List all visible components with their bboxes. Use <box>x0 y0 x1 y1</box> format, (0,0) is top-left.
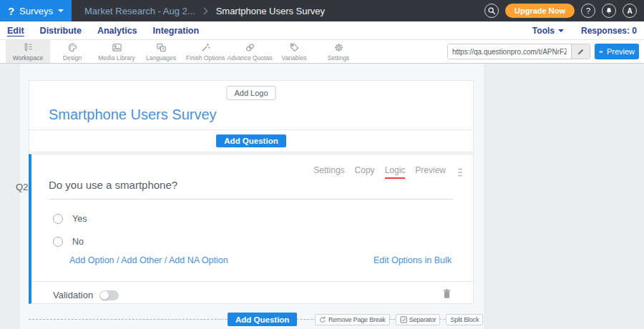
breadcrumb-survey-title: Smartphone Users Survey <box>216 6 325 16</box>
help-button[interactable]: ? <box>581 4 595 18</box>
chevron-down-icon <box>558 29 564 32</box>
survey-nav-tabs: Edit Distribute Analytics Integration <box>0 26 199 36</box>
survey-url-field <box>447 44 590 59</box>
toolbar-item-label: Languages <box>146 54 176 62</box>
answer-option-row: Yes <box>53 214 87 224</box>
remove-page-break-button[interactable]: Remove Page Break <box>315 314 390 325</box>
toolbar-item-label: Design <box>63 54 82 62</box>
notifications-button[interactable] <box>602 4 616 18</box>
chevron-right-icon <box>203 7 208 15</box>
block-footer: Add Question Remove Page Break Separator… <box>29 313 474 327</box>
upgrade-now-button[interactable]: Upgrade Now <box>505 4 575 18</box>
add-option-link[interactable]: Add Option <box>69 255 114 265</box>
question-text-input[interactable]: Do you use a smartphone? <box>49 179 453 200</box>
option-label[interactable]: No <box>72 237 84 247</box>
toolbar-item-languages[interactable]: xA Languages <box>139 40 183 63</box>
survey-title[interactable]: Smartphone Users Survey <box>49 107 217 123</box>
separator-label: Separator <box>409 316 436 323</box>
tools-label: Tools <box>532 26 555 36</box>
remove-page-break-label: Remove Page Break <box>328 316 386 323</box>
more-options-button[interactable] <box>457 167 463 177</box>
toolbar-item-finish-options[interactable]: Finish Options <box>183 40 228 63</box>
eye-icon <box>599 49 603 55</box>
header-actions: Upgrade Now ? A <box>484 4 637 18</box>
toolbar-item-variables[interactable]: Variables <box>272 40 316 63</box>
translate-icon: xA <box>156 42 167 53</box>
checkbox-icon <box>400 316 407 323</box>
radio-button[interactable] <box>53 214 63 224</box>
responses-count[interactable]: Responses: 0 <box>581 26 637 36</box>
top-header: ? Surveys Market Research - Aug 2... Sma… <box>0 0 644 21</box>
tab-integration[interactable]: Integration <box>153 26 200 36</box>
toolbar-item-label: Media Library <box>98 54 135 62</box>
pencil-icon <box>577 48 585 56</box>
breadcrumb-folder[interactable]: Market Research - Aug 2... <box>84 6 195 16</box>
preview-label: Preview <box>607 47 635 56</box>
question-tab-logic[interactable]: Logic <box>385 165 406 179</box>
product-switcher[interactable]: ? Surveys <box>0 0 72 21</box>
question-toolbar: Settings Copy Logic Preview <box>313 165 463 179</box>
preview-button[interactable]: Preview <box>595 44 639 59</box>
product-name: Surveys <box>19 6 53 16</box>
option-label[interactable]: Yes <box>72 214 87 224</box>
edit-url-button[interactable] <box>571 44 590 59</box>
toolbar-item-label: Finish Options <box>186 54 225 62</box>
split-block-button[interactable]: Split Block <box>446 314 483 325</box>
question-card: Settings Copy Logic Preview Do you use a… <box>29 154 474 304</box>
add-na-option-link[interactable]: Add NA Option <box>169 255 228 265</box>
tools-menu[interactable]: Tools <box>532 26 564 36</box>
question-tab-copy[interactable]: Copy <box>355 165 375 179</box>
toolbar-item-design[interactable]: Design <box>50 40 94 63</box>
question-tab-settings[interactable]: Settings <box>313 165 344 179</box>
question-tab-preview[interactable]: Preview <box>415 165 446 179</box>
toolbar-item-label: Variables <box>282 54 307 62</box>
link-separator: / <box>114 255 122 265</box>
workspace-icon <box>23 42 34 53</box>
image-icon <box>112 42 122 53</box>
chevron-down-icon <box>58 9 64 12</box>
toolbar-item-workspace[interactable]: Workspace <box>6 40 50 63</box>
add-other-link[interactable]: Add Other <box>121 255 162 265</box>
toolbar-item-media-library[interactable]: Media Library <box>94 40 139 63</box>
link-separator: / <box>162 255 169 265</box>
validation-row: Validation <box>53 290 119 300</box>
search-button[interactable] <box>484 4 499 18</box>
survey-url-input[interactable] <box>448 44 571 59</box>
answer-option-row: No <box>53 237 84 247</box>
gear-icon <box>333 42 344 53</box>
delete-question-button[interactable] <box>442 288 452 302</box>
add-question-button-footer[interactable]: Add Question <box>228 313 297 326</box>
block-controls: Remove Page Break Separator Split Block <box>315 314 483 325</box>
radio-button[interactable] <box>53 237 63 247</box>
add-question-strip: Add Question <box>29 129 473 152</box>
palette-icon <box>67 42 78 53</box>
links-icon <box>245 42 255 53</box>
nav-right-actions: Tools Responses: 0 <box>532 26 637 36</box>
trash-icon <box>442 288 452 299</box>
breadcrumb: Market Research - Aug 2... Smartphone Us… <box>84 6 325 16</box>
separator-button[interactable]: Separator <box>396 314 441 325</box>
tab-distribute[interactable]: Distribute <box>40 26 82 36</box>
remove-page-break-icon <box>319 316 326 323</box>
wand-icon <box>200 42 211 53</box>
edit-options-in-bulk-link[interactable]: Edit Options in Bulk <box>374 255 452 265</box>
toolbar-item-label: Advance Quotas <box>228 54 273 62</box>
search-icon <box>487 6 496 15</box>
toggle-knob <box>100 291 109 300</box>
tag-icon <box>289 42 300 53</box>
toolbar-item-advance-quotas[interactable]: Advance Quotas <box>228 40 272 63</box>
option-links: Add Option / Add Other / Add NA Option <box>69 255 228 265</box>
question-number-label: Q2 <box>16 182 28 192</box>
split-block-label: Split Block <box>450 316 479 323</box>
toolbar-item-label: Settings <box>328 54 350 62</box>
more-options-icon <box>457 167 463 177</box>
account-avatar[interactable]: A <box>623 4 637 18</box>
questionpro-logo-icon: ? <box>8 6 14 16</box>
tab-analytics[interactable]: Analytics <box>97 26 137 36</box>
toolbar-item-settings[interactable]: Settings <box>316 40 361 63</box>
add-logo-button[interactable]: Add Logo <box>226 86 275 100</box>
validation-toggle[interactable] <box>99 290 119 300</box>
add-question-button[interactable]: Add Question <box>216 134 286 147</box>
validation-label: Validation <box>53 290 93 300</box>
tab-edit[interactable]: Edit <box>7 26 24 36</box>
